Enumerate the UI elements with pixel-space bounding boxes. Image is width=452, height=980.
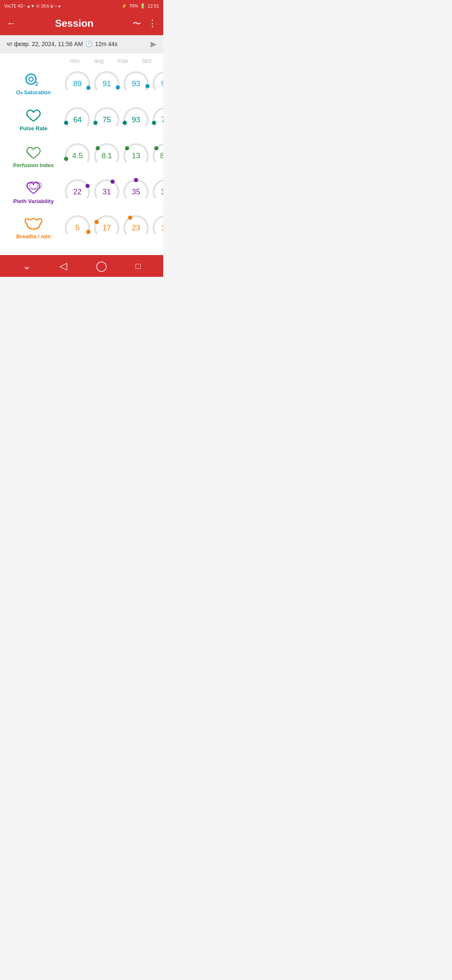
gauge-value-o2-avg: 91: [103, 80, 111, 88]
svg-point-3: [86, 86, 90, 90]
gauge-value-pulse-avg: 75: [103, 116, 111, 124]
session-date-text: чт февр. 22, 2024, 11:56 AM: [7, 41, 83, 47]
bluetooth-icon: ⚡: [121, 3, 127, 9]
metric-o2-min: 89: [63, 69, 92, 98]
gauge-value-breaths-max: 23: [132, 224, 140, 232]
gauge-pulse-min: 64: [63, 105, 92, 134]
o2-name: O₂ Saturation: [16, 89, 51, 95]
gauge-value-o2-min: 89: [73, 80, 82, 88]
metric-pulse-last: 72: [151, 105, 163, 134]
metric-pulse-avg: 75: [92, 105, 121, 134]
battery-icon: 🔋: [140, 3, 146, 9]
svg-point-14: [154, 146, 159, 150]
gauge-pulse-last: 72: [151, 105, 163, 134]
gauge-value-pleth-avg: 31: [103, 188, 111, 196]
metric-row-o2: 2 O₂ Saturation 89 91: [0, 67, 163, 101]
svg-point-18: [110, 180, 115, 184]
gauge-perfusion-min: 4.5: [63, 141, 92, 170]
metric-perfusion-max: 13: [121, 141, 151, 170]
metric-row-breaths: Breaths / min 5 17 2: [0, 211, 163, 245]
metric-breaths-min: 5: [63, 213, 92, 242]
battery-percent: 70%: [129, 3, 138, 8]
gauge-perfusion-avg: 8.1: [92, 141, 121, 170]
breaths-name: Breaths / min: [16, 233, 51, 240]
svg-point-22: [95, 220, 99, 224]
metric-breaths-avg: 17: [92, 213, 121, 242]
metric-label-perfusion: Perfusion Index: [4, 144, 63, 168]
metric-pleth-last: 35: [151, 177, 163, 206]
col-header-label: [4, 57, 63, 64]
gauge-pulse-max: 93: [121, 105, 151, 134]
gauge-value-pleth-min: 22: [73, 188, 82, 196]
metric-pulse-min: 64: [63, 105, 92, 134]
metric-o2-avg: 91: [92, 69, 121, 98]
status-left: VoLTE 4G⁺ ▲▼ ① 1K/s ψ ○ ●: [4, 4, 61, 8]
svg-point-1: [29, 77, 33, 81]
back-button[interactable]: ←: [7, 18, 16, 29]
gauge-breaths-last: 11: [151, 213, 163, 242]
metric-pulse-max: 93: [121, 105, 151, 134]
main-content: min avg max last 2 O₂ Saturation 89: [0, 53, 163, 255]
svg-point-12: [96, 146, 100, 150]
session-duration: 12m 44s: [95, 41, 118, 47]
metric-perfusion-last: 8.2: [151, 141, 163, 170]
gauge-perfusion-last: 8.2: [151, 141, 163, 170]
column-headers: min avg max last: [0, 57, 163, 64]
gauge-pleth-min: 22: [63, 177, 92, 206]
gauge-pleth-avg: 31: [92, 177, 121, 206]
svg-point-21: [86, 230, 90, 234]
metric-o2-max: 93: [121, 69, 151, 98]
gauge-value-o2-max: 93: [132, 80, 140, 88]
metric-label-breaths: Breaths / min: [4, 217, 63, 240]
menu-button[interactable]: ⋮: [148, 18, 157, 29]
o2-icon: 2: [24, 72, 43, 88]
svg-point-5: [145, 84, 149, 88]
gauge-value-pulse-min: 64: [73, 116, 82, 124]
nav-recents[interactable]: □: [136, 261, 141, 271]
metric-breaths-last: 11: [151, 213, 163, 242]
metric-row-pleth: Pleth Variability 22 31: [0, 175, 163, 209]
gauge-o2-max: 93: [121, 69, 151, 98]
session-datetime: чт февр. 22, 2024, 11:56 AM 🕐 12m 44s: [7, 41, 118, 47]
svg-text:2: 2: [35, 81, 38, 87]
svg-point-10: [152, 121, 156, 125]
gauge-o2-min: 89: [63, 69, 92, 98]
metric-perfusion-avg: 8.1: [92, 141, 121, 170]
gauge-value-pulse-last: 72: [161, 116, 163, 124]
gauge-value-perfusion-last: 8.2: [160, 152, 163, 160]
col-header-min: min: [63, 57, 87, 64]
metric-pleth-min: 22: [63, 177, 92, 206]
nav-chevron-down[interactable]: ⌄: [23, 260, 31, 272]
metric-pleth-avg: 31: [92, 177, 121, 206]
col-header-avg: avg: [87, 57, 111, 64]
gauge-value-perfusion-min: 4.5: [72, 152, 82, 160]
metric-label-pleth: Pleth Variability: [4, 180, 63, 204]
gauge-value-perfusion-avg: 8.1: [101, 152, 112, 160]
gauge-breaths-avg: 17: [92, 213, 121, 242]
gauge-value-pulse-max: 93: [132, 116, 140, 124]
metric-perfusion-min: 4.5: [63, 141, 92, 170]
bottom-nav: ⌄ ◁ ◯ □: [0, 255, 163, 277]
app-bar: ← Session 〜 ⋮: [0, 12, 163, 35]
breaths-icon: [23, 217, 44, 232]
gauge-pleth-max: 35: [121, 177, 151, 206]
next-session-arrow[interactable]: ▶: [151, 39, 157, 49]
gauge-value-perfusion-max: 13: [132, 152, 140, 160]
session-bar: чт февр. 22, 2024, 11:56 AM 🕐 12m 44s ▶: [0, 35, 163, 53]
svg-point-9: [123, 121, 127, 125]
nav-home[interactable]: ◯: [96, 260, 107, 272]
svg-point-19: [134, 178, 138, 182]
time: 12:51: [147, 3, 159, 8]
metric-row-pulse: Pulse Rate 64 75 93: [0, 103, 163, 137]
metric-row-perfusion: Perfusion Index 4.5 8.1: [0, 139, 163, 173]
svg-point-23: [128, 216, 132, 220]
metrics-container: 2 O₂ Saturation 89 91: [0, 67, 163, 245]
gauge-value-pleth-last: 35: [161, 188, 163, 196]
network-info: VoLTE 4G⁺ ▲▼ ① 1K/s ψ ○ ●: [4, 4, 61, 8]
perfusion-name: Perfusion Index: [13, 162, 54, 168]
col-header-max: max: [111, 57, 135, 64]
svg-point-7: [64, 121, 68, 125]
nav-back[interactable]: ◁: [59, 260, 67, 272]
chart-button[interactable]: 〜: [133, 18, 141, 29]
svg-point-0: [26, 74, 36, 84]
